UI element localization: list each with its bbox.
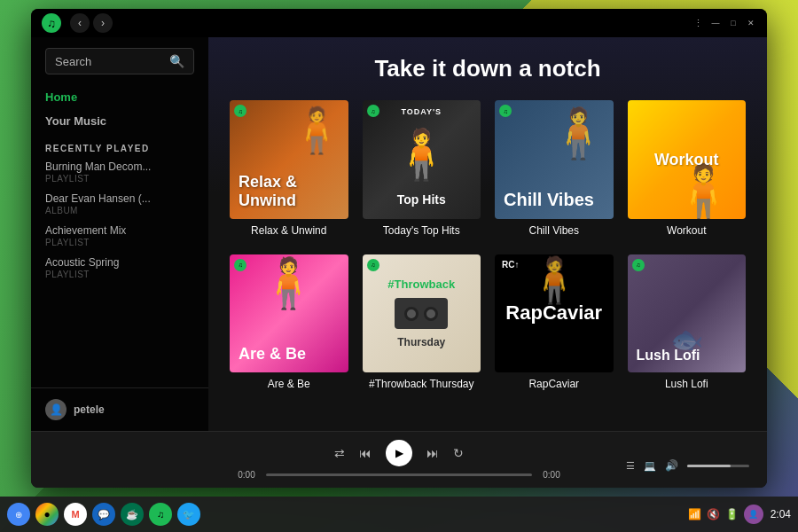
current-time: 0:00 bbox=[234, 470, 259, 480]
card-tophits-title: Top Hits bbox=[397, 192, 446, 207]
card-chill-vibes[interactable]: ♫ 🧍 Chill Vibes Chill Vibes bbox=[495, 100, 614, 237]
card-rap-caviar[interactable]: RC↑ 🧍 RapCaviar RapCaviar bbox=[495, 254, 614, 391]
more-options-icon[interactable]: ⋮ bbox=[693, 18, 703, 29]
total-time: 0:00 bbox=[539, 470, 564, 480]
card-workout-text: Workout bbox=[654, 150, 719, 168]
network-icon: 📶 bbox=[688, 508, 701, 520]
card-rap-caviar-title: RapCaviar bbox=[495, 378, 614, 390]
taskbar-icon-gmail[interactable]: M bbox=[64, 503, 87, 526]
shuffle-button[interactable]: ⇄ bbox=[334, 446, 345, 460]
card-chillvibes-text: Chill Vibes bbox=[504, 190, 605, 210]
card-are-be[interactable]: ♫ 🧍 Are & Be Are & Be bbox=[230, 254, 348, 391]
card-relax-title: Relax & Unwind bbox=[230, 224, 348, 237]
maximize-button[interactable]: □ bbox=[728, 18, 739, 28]
card-throwback-inner: #Throwback Thursday bbox=[363, 254, 481, 373]
previous-button[interactable]: ⏮ bbox=[359, 446, 372, 460]
search-label: Search bbox=[55, 55, 169, 68]
repeat-button[interactable]: ↻ bbox=[453, 446, 464, 460]
card-are-be-title: Are & Be bbox=[230, 378, 348, 390]
devices-icon[interactable]: 💻 bbox=[644, 460, 656, 472]
taskbar-icon-messages[interactable]: 💬 bbox=[92, 503, 115, 526]
taskbar-icon-starbucks[interactable]: ☕ bbox=[121, 503, 144, 526]
spotify-badge-icon: ♫ bbox=[632, 259, 645, 271]
taskbar-icon-chrome-os[interactable]: ⊕ bbox=[7, 503, 30, 526]
cassette-reel-left bbox=[404, 307, 419, 321]
playlist-type: PLAYLIST bbox=[45, 270, 194, 279]
list-item[interactable]: Achievement Mix PLAYLIST bbox=[45, 224, 194, 247]
playlist-name: Dear Evan Hansen (... bbox=[45, 192, 194, 205]
main-content: Take it down a notch ♫ 🧍 Relax & Unwind … bbox=[208, 37, 767, 431]
card-arebe-text: Are & Be bbox=[239, 345, 306, 364]
card-lush-lofi-title: Lush Lofi bbox=[628, 378, 747, 390]
playlist-name: Achievement Mix bbox=[45, 224, 194, 237]
forward-button[interactable]: › bbox=[93, 13, 113, 33]
card-workout[interactable]: 🧍 Workout Workout bbox=[628, 100, 747, 237]
play-button[interactable]: ▶ bbox=[386, 440, 412, 466]
card-lush-lofi[interactable]: ♫ 🐟 Lush Lofi Lush Lofi bbox=[628, 254, 747, 391]
volume-bar[interactable] bbox=[687, 465, 749, 467]
taskbar-icon-chrome[interactable]: ● bbox=[35, 503, 59, 526]
user-name: petele bbox=[74, 403, 105, 416]
card-top-hits[interactable]: ♫ Today's 🧍 Top Hits Today's Top Hits bbox=[363, 100, 481, 237]
card-workout-title: Workout bbox=[628, 224, 747, 237]
taskbar-left: ⊕ ● M 💬 ☕ ♫ 🐦 bbox=[7, 503, 200, 526]
title-bar-left: ♫ ‹ › bbox=[42, 13, 113, 33]
sidebar: Search 🔍 Home Your Music RECENTLY PLAYED… bbox=[31, 37, 208, 431]
list-item[interactable]: Dear Evan Hansen (... ALBUM bbox=[45, 192, 194, 215]
title-bar: ♫ ‹ › ⋮ — □ ✕ bbox=[31, 9, 767, 37]
rc-badge: RC↑ bbox=[499, 259, 521, 270]
chillvibes-figure-icon: 🧍 bbox=[548, 105, 609, 162]
minimize-button[interactable]: — bbox=[710, 18, 721, 28]
card-lushlofi-text: Lush Lofi bbox=[637, 348, 700, 364]
taskbar-right: 📶 🔇 🔋 👤 2:04 bbox=[688, 505, 791, 524]
card-art-are-be: ♫ 🧍 Are & Be bbox=[230, 254, 348, 373]
close-button[interactable]: ✕ bbox=[746, 18, 756, 28]
taskbar-icon-twitter[interactable]: 🐦 bbox=[177, 503, 200, 526]
cassette-reel-right bbox=[424, 307, 438, 321]
playlist-name: Acoustic Spring bbox=[45, 256, 194, 269]
workout-person-icon: 🧍 bbox=[670, 166, 737, 219]
desktop: ♫ ‹ › ⋮ — □ ✕ Search 🔍 bbox=[0, 0, 798, 532]
sidebar-top: Search 🔍 Home Your Music RECENTLY PLAYED… bbox=[31, 37, 208, 299]
card-top-hits-title: Today's Top Hits bbox=[363, 224, 481, 237]
card-art-top-hits: ♫ Today's 🧍 Top Hits bbox=[363, 100, 481, 219]
taskbar-icon-spotify[interactable]: ♫ bbox=[149, 503, 172, 526]
sidebar-item-home[interactable]: Home bbox=[45, 85, 194, 109]
profile-icon[interactable]: 👤 bbox=[744, 505, 763, 524]
list-item[interactable]: Burning Man Decom... PLAYLIST bbox=[45, 160, 194, 184]
tophits-figure-icon: 🧍 bbox=[391, 126, 452, 184]
relax-person-icon: 🧍 bbox=[289, 105, 344, 156]
card-relax-unwind[interactable]: ♫ 🧍 Relax & Unwind Relax & Unwind bbox=[230, 100, 348, 237]
taskbar: ⊕ ● M 💬 ☕ ♫ 🐦 📶 🔇 🔋 👤 2:04 bbox=[0, 497, 798, 532]
volume-tray-icon[interactable]: 🔇 bbox=[707, 508, 720, 520]
card-throwback-title: Thursday bbox=[397, 336, 445, 348]
next-button[interactable]: ⏭ bbox=[426, 446, 439, 460]
arebe-figure-icon: 🧍 bbox=[258, 254, 319, 312]
card-art-throwback: ♫ #Throwback Thursday bbox=[363, 254, 481, 373]
card-art-relax-unwind: ♫ 🧍 Relax & Unwind bbox=[230, 100, 348, 219]
spotify-logo: ♫ bbox=[42, 13, 61, 33]
player-bar: ⇄ ⏮ ▶ ⏭ ↻ 0:00 0:00 ☰ 💻 🔊 bbox=[31, 431, 767, 488]
player-extra-btns: ☰ 💻 🔊 bbox=[626, 459, 749, 472]
card-art-rap-caviar: RC↑ 🧍 RapCaviar bbox=[495, 254, 614, 373]
list-item[interactable]: Acoustic Spring PLAYLIST bbox=[45, 256, 194, 279]
card-throwback[interactable]: ♫ #Throwback Thursday #Throwback Thursda… bbox=[363, 254, 481, 391]
sidebar-item-your-music[interactable]: Your Music bbox=[45, 109, 194, 133]
card-relax-text: Relax & Unwind bbox=[239, 173, 348, 210]
card-throwback-thursday-title: #Throwback Thursday bbox=[363, 378, 481, 390]
cassette-icon bbox=[395, 298, 448, 329]
playlist-type: PLAYLIST bbox=[45, 174, 194, 184]
card-tophits-inner: Today's 🧍 Top Hits bbox=[363, 100, 481, 219]
spotify-badge-icon: ♫ bbox=[499, 105, 512, 117]
card-rapcaviar-text: RapCaviar bbox=[501, 302, 607, 324]
progress-bar[interactable] bbox=[266, 473, 532, 476]
back-button[interactable]: ‹ bbox=[70, 13, 90, 33]
window-controls: ⋮ — □ ✕ bbox=[693, 18, 756, 29]
card-art-workout: 🧍 Workout bbox=[628, 100, 747, 219]
card-art-lush-lofi: ♫ 🐟 Lush Lofi bbox=[628, 254, 747, 373]
card-tophits-label: Today's bbox=[363, 107, 481, 116]
card-art-chill-vibes: ♫ 🧍 Chill Vibes bbox=[495, 100, 614, 219]
search-box[interactable]: Search 🔍 bbox=[45, 48, 194, 74]
spotify-badge-icon: ♫ bbox=[234, 259, 246, 271]
queue-icon[interactable]: ☰ bbox=[626, 460, 635, 472]
